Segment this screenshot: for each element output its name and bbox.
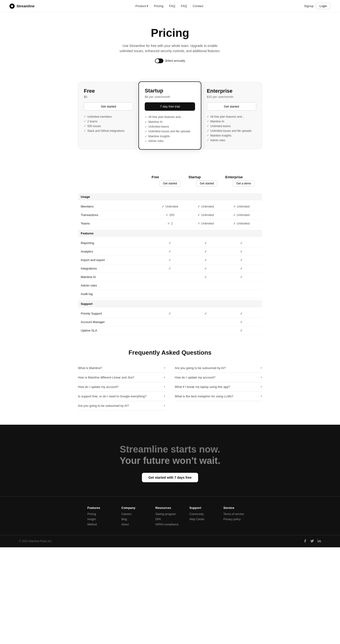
support-section-header: Support xyxy=(78,300,262,308)
chevron-down-icon: ▾ xyxy=(261,376,262,379)
free-feature-2: 2 teams xyxy=(84,119,133,124)
table-row: Transactions ✓250 ✓Unlimited ✓Unlimited xyxy=(78,211,262,219)
startup-feature-3: Unlimited teams xyxy=(145,124,195,129)
pricing-cards: Free $0 Get started Unlimited members 2 … xyxy=(64,73,276,158)
footer-link[interactable]: Method xyxy=(87,523,117,526)
nav-actions: Signup Login xyxy=(304,3,330,9)
hero-subtitle: Use Streamline for free with your whole … xyxy=(116,43,224,54)
enterprise-feature-2: Mainline AI xyxy=(207,119,256,124)
footer-link[interactable]: About xyxy=(121,523,151,526)
footer-col-company: Company Careers Blog About xyxy=(121,506,151,528)
footer-grid: Features Pricing Insight Method Company … xyxy=(87,506,253,528)
login-button[interactable]: Login xyxy=(316,3,330,9)
table-row: Teams ✓2 ✓Unlimited ✓Unlimited xyxy=(78,219,262,228)
footer-link[interactable]: Community xyxy=(189,512,219,516)
table-row: Reporting ✓ ✓ ✓ xyxy=(78,239,262,247)
free-col-button[interactable]: Get started xyxy=(159,180,180,186)
hero-section: Pricing Use Streamline for free with you… xyxy=(0,12,340,73)
billing-toggle[interactable] xyxy=(155,58,163,63)
faq-item[interactable]: Is support free, or do I need to Google … xyxy=(78,392,165,401)
startup-cta-button[interactable]: 7 day free trial xyxy=(145,102,195,111)
enterprise-col-button[interactable]: Get a demo xyxy=(233,180,255,186)
footer-col-heading: Resources xyxy=(155,506,185,510)
billing-toggle-row: Billed annually xyxy=(5,58,335,63)
footer-link[interactable]: HIPAA compliance xyxy=(155,523,185,526)
free-col-header: Free xyxy=(151,175,189,179)
startup-features: All free plan features and... Mainline A… xyxy=(145,114,195,143)
cta-button[interactable]: Get started with 7 days free xyxy=(142,473,198,482)
navigation: Streamline Product Pricing FAQ FAQ Conta… xyxy=(0,0,340,12)
footer-col-heading: Support xyxy=(189,506,219,510)
faq-section: Frequently Asked Questions What is Mainl… xyxy=(68,349,272,410)
nav-contact[interactable]: Contact xyxy=(193,4,203,8)
chevron-down-icon: ▾ xyxy=(261,395,262,398)
nav-faq1[interactable]: FAQ xyxy=(169,4,175,8)
facebook-link[interactable] xyxy=(303,539,307,544)
footer-link[interactable]: Careers xyxy=(121,512,151,516)
table-row: Audit log xyxy=(78,290,262,298)
faq-item[interactable]: Are you going to be subsumed by AI? ▾ xyxy=(175,364,262,373)
enterprise-col-header: Enterprise xyxy=(225,175,262,179)
footer-link[interactable]: Startup program xyxy=(155,512,185,516)
comparison-header: Free Get started Startup Get started Ent… xyxy=(78,172,262,191)
copyright: © 2024 Mainline Roba Inc. xyxy=(19,540,52,543)
linkedin-link[interactable] xyxy=(317,539,321,544)
enterprise-card: Enterprise $15 per user/month Get starte… xyxy=(201,82,262,149)
footer-link[interactable]: Terms of service xyxy=(223,512,253,516)
table-row: Import and export ✓ ✓ ✓ xyxy=(78,256,262,264)
startup-feature-5: Mainline Insights xyxy=(145,134,195,138)
faq-right-column: Are you going to be subsumed by AI? ▾ Ho… xyxy=(175,364,262,410)
chevron-down-icon: ▾ xyxy=(164,385,165,388)
footer-bottom: © 2024 Mainline Roba Inc. xyxy=(0,535,340,547)
footer-link[interactable]: Pricing xyxy=(87,512,117,516)
enterprise-cta-button[interactable]: Get started xyxy=(207,102,256,110)
startup-card: Startup $8 per user/month 7 day free tri… xyxy=(139,81,202,150)
startup-col-header: Startup xyxy=(189,175,225,179)
chevron-down-icon: ▾ xyxy=(164,366,165,370)
nav-faq2[interactable]: FAQ xyxy=(181,4,187,8)
features-section-header: Features xyxy=(78,230,262,237)
table-row: Analytics ✓ ✓ ✓ xyxy=(78,247,262,256)
faq-item[interactable]: How do I update my account? ▾ xyxy=(175,373,262,382)
startup-feature-6: Admin roles xyxy=(145,139,195,143)
social-links xyxy=(303,539,321,544)
free-card: Free $0 Get started Unlimited members 2 … xyxy=(78,82,139,149)
chevron-down-icon: ▾ xyxy=(164,376,165,379)
footer-col-features: Features Pricing Insight Method xyxy=(87,506,117,528)
comparison-table: Free Get started Startup Get started Ent… xyxy=(68,172,272,335)
footer-link[interactable]: Privacy policy xyxy=(223,518,253,521)
faq-item[interactable]: What is the best metaphor for using LLMs… xyxy=(175,392,262,401)
billing-label: Billed annually xyxy=(165,59,185,62)
free-cta-button[interactable]: Get started xyxy=(84,102,133,110)
svg-point-0 xyxy=(317,539,318,540)
enterprise-plan-name: Enterprise xyxy=(207,88,256,94)
free-feature-1: Unlimited members xyxy=(84,114,133,119)
logo-text: Streamline xyxy=(17,4,35,8)
faq-item[interactable]: How is Mainline different Linear and Jir… xyxy=(78,373,165,382)
footer-col-resources: Resources Startup program DPA HIPAA comp… xyxy=(155,506,185,528)
footer-link[interactable]: Insight xyxy=(87,518,117,521)
chevron-down-icon: ▾ xyxy=(164,395,165,398)
footer-link[interactable]: Blog xyxy=(121,518,151,521)
table-row: Mainline AI ✓ ✓ xyxy=(78,273,262,281)
footer-link[interactable]: DPA xyxy=(155,518,185,521)
footer-col-heading: Company xyxy=(121,506,151,510)
table-row: Integrations ✓ ✓ ✓ xyxy=(78,264,262,273)
nav-pricing[interactable]: Pricing xyxy=(154,4,163,8)
cta-section: Streamline starts now. Your future won't… xyxy=(0,425,340,496)
faq-item[interactable]: How do I update my account? ▾ xyxy=(78,382,165,392)
faq-item[interactable]: What is Mainline? ▾ xyxy=(78,364,165,373)
nav-product[interactable]: Product xyxy=(135,4,148,8)
chevron-down-icon xyxy=(147,4,148,8)
startup-plan-price: $8 per user/month xyxy=(145,95,195,98)
faq-item[interactable]: What if I break my laptop using this app… xyxy=(175,382,262,392)
logo[interactable]: Streamline xyxy=(10,4,35,9)
faq-item[interactable]: Are you going to be subsumed by AI? ▾ xyxy=(78,401,165,410)
signup-button[interactable]: Signup xyxy=(304,4,313,8)
chevron-down-icon: ▾ xyxy=(261,366,262,370)
footer-link[interactable]: Help Center xyxy=(189,518,219,521)
startup-col-button[interactable]: Get started xyxy=(196,180,217,186)
twitter-link[interactable] xyxy=(310,539,314,544)
free-plan-name: Free xyxy=(84,88,133,94)
enterprise-feature-1: All free plan features and... xyxy=(207,114,256,119)
